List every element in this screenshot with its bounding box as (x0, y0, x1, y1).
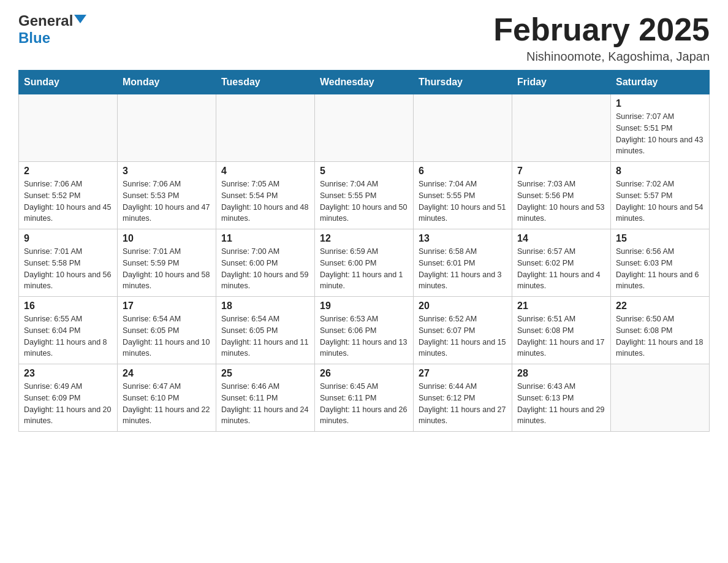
day-info: Sunrise: 6:51 AMSunset: 6:08 PMDaylight:… (517, 313, 605, 359)
day-number: 28 (517, 368, 605, 379)
day-info: Sunrise: 6:54 AMSunset: 6:05 PMDaylight:… (221, 313, 309, 359)
day-info: Sunrise: 6:49 AMSunset: 6:09 PMDaylight:… (24, 381, 112, 427)
calendar-day-cell: 14Sunrise: 6:57 AMSunset: 6:02 PMDayligh… (512, 229, 611, 297)
day-number: 13 (419, 233, 507, 244)
calendar-day-cell (611, 364, 710, 432)
calendar-day-cell: 15Sunrise: 6:56 AMSunset: 6:03 PMDayligh… (611, 229, 710, 297)
calendar-day-cell: 25Sunrise: 6:46 AMSunset: 6:11 PMDayligh… (216, 364, 315, 432)
calendar-day-cell: 17Sunrise: 6:54 AMSunset: 6:05 PMDayligh… (118, 297, 216, 364)
day-number: 19 (320, 301, 408, 312)
day-info: Sunrise: 7:03 AMSunset: 5:56 PMDaylight:… (517, 178, 605, 224)
header-saturday: Saturday (611, 71, 710, 94)
day-info: Sunrise: 6:50 AMSunset: 6:08 PMDaylight:… (616, 313, 704, 359)
page-header: General Blue February 2025 Nishinoomote,… (18, 12, 710, 64)
day-info: Sunrise: 7:06 AMSunset: 5:53 PMDaylight:… (123, 178, 211, 224)
calendar-day-cell: 24Sunrise: 6:47 AMSunset: 6:10 PMDayligh… (118, 364, 216, 432)
day-info: Sunrise: 7:01 AMSunset: 5:59 PMDaylight:… (123, 246, 211, 292)
logo-triangle-icon (74, 15, 86, 23)
calendar-day-cell (414, 94, 512, 162)
day-info: Sunrise: 6:58 AMSunset: 6:01 PMDaylight:… (419, 246, 507, 292)
day-info: Sunrise: 6:47 AMSunset: 6:10 PMDaylight:… (123, 381, 211, 427)
day-info: Sunrise: 6:55 AMSunset: 6:04 PMDaylight:… (24, 313, 112, 359)
calendar-day-cell: 8Sunrise: 7:02 AMSunset: 5:57 PMDaylight… (611, 162, 710, 229)
day-info: Sunrise: 6:52 AMSunset: 6:07 PMDaylight:… (419, 313, 507, 359)
day-number: 22 (616, 301, 704, 312)
day-info: Sunrise: 7:05 AMSunset: 5:54 PMDaylight:… (221, 178, 309, 224)
header-tuesday: Tuesday (216, 71, 315, 94)
calendar-day-cell: 10Sunrise: 7:01 AMSunset: 5:59 PMDayligh… (118, 229, 216, 297)
header-thursday: Thursday (414, 71, 512, 94)
calendar-day-cell: 20Sunrise: 6:52 AMSunset: 6:07 PMDayligh… (414, 297, 512, 364)
day-info: Sunrise: 7:00 AMSunset: 6:00 PMDaylight:… (221, 246, 309, 292)
location: Nishinoomote, Kagoshima, Japan (493, 50, 710, 64)
calendar-table: Sunday Monday Tuesday Wednesday Thursday… (18, 70, 710, 432)
calendar-week-row: 23Sunrise: 6:49 AMSunset: 6:09 PMDayligh… (19, 364, 710, 432)
calendar-week-row: 16Sunrise: 6:55 AMSunset: 6:04 PMDayligh… (19, 297, 710, 364)
calendar-day-cell: 19Sunrise: 6:53 AMSunset: 6:06 PMDayligh… (315, 297, 414, 364)
weekday-header-row: Sunday Monday Tuesday Wednesday Thursday… (19, 71, 710, 94)
day-number: 12 (320, 233, 408, 244)
day-info: Sunrise: 6:44 AMSunset: 6:12 PMDaylight:… (419, 381, 507, 427)
day-number: 15 (616, 233, 704, 244)
day-info: Sunrise: 7:06 AMSunset: 5:52 PMDaylight:… (24, 178, 112, 224)
logo: General Blue (18, 12, 86, 47)
calendar-day-cell: 26Sunrise: 6:45 AMSunset: 6:11 PMDayligh… (315, 364, 414, 432)
day-info: Sunrise: 6:53 AMSunset: 6:06 PMDaylight:… (320, 313, 408, 359)
calendar-week-row: 1Sunrise: 7:07 AMSunset: 5:51 PMDaylight… (19, 94, 710, 162)
title-block: February 2025 Nishinoomote, Kagoshima, J… (493, 12, 710, 64)
day-number: 1 (616, 98, 704, 109)
calendar-day-cell: 23Sunrise: 6:49 AMSunset: 6:09 PMDayligh… (19, 364, 118, 432)
day-number: 9 (24, 233, 112, 244)
day-number: 8 (616, 166, 704, 177)
calendar-day-cell (118, 94, 216, 162)
day-info: Sunrise: 6:56 AMSunset: 6:03 PMDaylight:… (616, 246, 704, 292)
calendar-day-cell: 11Sunrise: 7:00 AMSunset: 6:00 PMDayligh… (216, 229, 315, 297)
calendar-day-cell: 6Sunrise: 7:04 AMSunset: 5:55 PMDaylight… (414, 162, 512, 229)
calendar-day-cell: 2Sunrise: 7:06 AMSunset: 5:52 PMDaylight… (19, 162, 118, 229)
calendar-day-cell (19, 94, 118, 162)
logo-general-text: General (18, 12, 73, 29)
month-title: February 2025 (493, 12, 710, 47)
day-info: Sunrise: 6:54 AMSunset: 6:05 PMDaylight:… (123, 313, 211, 359)
day-number: 2 (24, 166, 112, 177)
day-number: 25 (221, 368, 309, 379)
day-info: Sunrise: 6:59 AMSunset: 6:00 PMDaylight:… (320, 246, 408, 292)
day-number: 3 (123, 166, 211, 177)
calendar-day-cell: 22Sunrise: 6:50 AMSunset: 6:08 PMDayligh… (611, 297, 710, 364)
header-sunday: Sunday (19, 71, 118, 94)
day-number: 23 (24, 368, 112, 379)
calendar-day-cell: 7Sunrise: 7:03 AMSunset: 5:56 PMDaylight… (512, 162, 611, 229)
day-number: 11 (221, 233, 309, 244)
day-info: Sunrise: 7:04 AMSunset: 5:55 PMDaylight:… (320, 178, 408, 224)
logo-blue-text: Blue (18, 29, 50, 46)
calendar-day-cell: 18Sunrise: 6:54 AMSunset: 6:05 PMDayligh… (216, 297, 315, 364)
calendar-day-cell: 28Sunrise: 6:43 AMSunset: 6:13 PMDayligh… (512, 364, 611, 432)
calendar-day-cell: 4Sunrise: 7:05 AMSunset: 5:54 PMDaylight… (216, 162, 315, 229)
day-number: 7 (517, 166, 605, 177)
header-wednesday: Wednesday (315, 71, 414, 94)
day-info: Sunrise: 7:07 AMSunset: 5:51 PMDaylight:… (616, 111, 704, 157)
day-number: 21 (517, 301, 605, 312)
day-info: Sunrise: 6:43 AMSunset: 6:13 PMDaylight:… (517, 381, 605, 427)
calendar-day-cell (315, 94, 414, 162)
day-number: 16 (24, 301, 112, 312)
calendar-day-cell: 27Sunrise: 6:44 AMSunset: 6:12 PMDayligh… (414, 364, 512, 432)
calendar-day-cell (216, 94, 315, 162)
day-info: Sunrise: 7:02 AMSunset: 5:57 PMDaylight:… (616, 178, 704, 224)
day-number: 26 (320, 368, 408, 379)
day-number: 17 (123, 301, 211, 312)
day-info: Sunrise: 6:45 AMSunset: 6:11 PMDaylight:… (320, 381, 408, 427)
calendar-day-cell: 13Sunrise: 6:58 AMSunset: 6:01 PMDayligh… (414, 229, 512, 297)
day-number: 14 (517, 233, 605, 244)
calendar-day-cell: 5Sunrise: 7:04 AMSunset: 5:55 PMDaylight… (315, 162, 414, 229)
day-info: Sunrise: 7:01 AMSunset: 5:58 PMDaylight:… (24, 246, 112, 292)
header-friday: Friday (512, 71, 611, 94)
day-number: 27 (419, 368, 507, 379)
header-monday: Monday (118, 71, 216, 94)
day-number: 24 (123, 368, 211, 379)
day-number: 6 (419, 166, 507, 177)
day-number: 10 (123, 233, 211, 244)
day-info: Sunrise: 6:46 AMSunset: 6:11 PMDaylight:… (221, 381, 309, 427)
calendar-day-cell (512, 94, 611, 162)
calendar-day-cell: 1Sunrise: 7:07 AMSunset: 5:51 PMDaylight… (611, 94, 710, 162)
